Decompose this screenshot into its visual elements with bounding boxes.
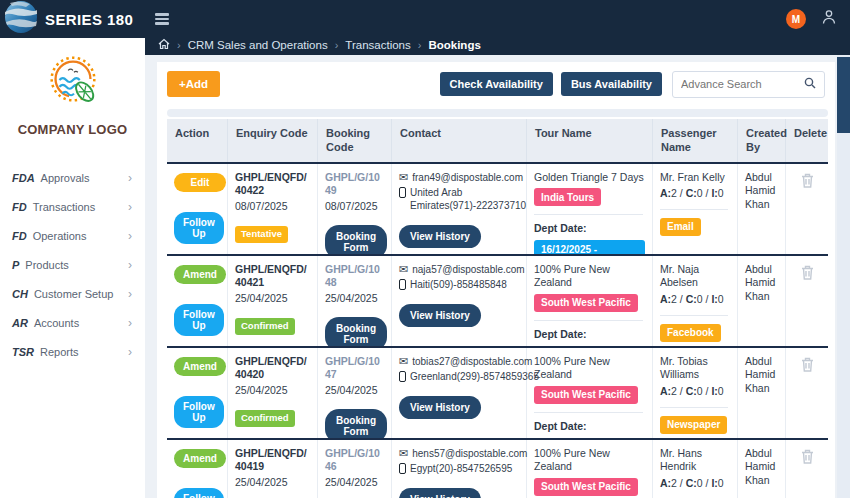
enquiry-cell: GHPL/ENQFD/40422 08/07/2025 Tentative xyxy=(228,164,318,254)
chevron-right-icon: › xyxy=(128,229,132,243)
home-icon[interactable] xyxy=(158,38,170,52)
amend-button[interactable]: Amend xyxy=(174,449,226,468)
view-history-button[interactable]: View History xyxy=(399,225,481,248)
tour-cell: 100% Pure New Zealand South West Pacific… xyxy=(527,440,653,498)
advance-search-input[interactable] xyxy=(681,78,804,90)
tour-cell: 100% Pure New Zealand South West Pacific… xyxy=(527,256,653,346)
action-cell: Edit Follow Up xyxy=(167,164,228,254)
phone-icon xyxy=(399,371,406,382)
bus-availability-button[interactable]: Bus Availability xyxy=(561,72,662,96)
search-icon[interactable] xyxy=(804,75,816,93)
sidebar-item-accounts[interactable]: AR Accounts › xyxy=(0,308,145,337)
booking-cell: GHPL/G/1047 25/04/2025 Booking Form xyxy=(318,348,392,438)
trash-icon[interactable] xyxy=(801,178,814,190)
tour-category-badge: South West Pacific xyxy=(534,478,638,496)
company-logo-text: COMPANY LOGO xyxy=(0,122,145,137)
amend-button[interactable]: Amend xyxy=(174,357,226,376)
source-badge: Newspaper xyxy=(660,416,727,434)
phone-icon xyxy=(399,463,406,474)
phone-icon xyxy=(399,279,406,290)
booking-form-button[interactable]: Booking Form xyxy=(325,317,387,346)
follow-up-button[interactable]: Follow Up xyxy=(174,488,224,498)
delete-cell xyxy=(786,256,828,346)
table-row: Edit Follow Up GHPL/ENQFD/40422 08/07/20… xyxy=(167,162,828,254)
trash-icon[interactable] xyxy=(801,270,814,282)
advance-search-box xyxy=(672,71,825,98)
chevron-right-icon: › xyxy=(128,287,132,301)
booking-cell: GHPL/G/1048 25/04/2025 Booking Form xyxy=(318,256,392,346)
company-logo-icon xyxy=(41,99,105,116)
menu-toggle-icon[interactable] xyxy=(152,10,172,28)
tour-category-badge: South West Pacific xyxy=(534,294,638,312)
check-availability-button[interactable]: Check Availability xyxy=(440,72,553,96)
breadcrumb-item-crm[interactable]: CRM Sales and Operations xyxy=(188,39,328,51)
bookings-table: Action Enquiry Code Booking Code Contact… xyxy=(167,119,828,498)
view-history-button[interactable]: View History xyxy=(399,304,481,327)
tour-cell: Golden Triangle 7 Days India Tours Dept … xyxy=(527,164,653,254)
follow-up-button[interactable]: Follow Up xyxy=(174,212,224,244)
amend-button[interactable]: Amend xyxy=(174,265,226,284)
sidebar-item-approvals[interactable]: FDA Approvals › xyxy=(0,163,145,192)
envelope-icon: ✉ xyxy=(399,263,408,275)
sidebar-item-operations[interactable]: FD Operations › xyxy=(0,221,145,250)
chevron-right-icon: › xyxy=(128,345,132,359)
header-created-by: Created By xyxy=(738,119,786,162)
chevron-right-icon: › xyxy=(128,200,132,214)
header-tour-name: Tour Name xyxy=(527,119,653,162)
toolbar: +Add Check Availability Bus Availability xyxy=(157,62,835,103)
vertical-scrollbar[interactable] xyxy=(837,55,850,498)
trash-icon[interactable] xyxy=(801,454,814,466)
booking-form-button[interactable]: Booking Form xyxy=(325,225,387,254)
sidebar-item-transactions[interactable]: FD Transactions › xyxy=(0,192,145,221)
trash-icon[interactable] xyxy=(801,362,814,374)
table-row: Amend Follow Up GHPL/ENQFD/40419 25/04/2… xyxy=(167,438,828,498)
action-cell: Amend Follow Up xyxy=(167,256,228,346)
delete-cell xyxy=(786,440,828,498)
header-enquiry-code: Enquiry Code xyxy=(228,119,318,162)
view-history-button[interactable]: View History xyxy=(399,396,481,419)
chevron-right-icon: › xyxy=(128,316,132,330)
user-avatar[interactable]: M xyxy=(786,9,806,29)
tour-category-badge: India Tours xyxy=(534,188,601,206)
passenger-cell: Mr. Fran Kelly A:2 / C:0 / I:0 Email xyxy=(653,164,738,254)
header-passenger-name: Passenger Name xyxy=(653,119,738,162)
bookings-panel: +Add Check Availability Bus Availability… xyxy=(157,62,835,498)
created-by-cell: Abdul Hamid Khan xyxy=(738,164,786,254)
sidebar-item-reports[interactable]: TSR Reports › xyxy=(0,337,145,366)
action-cell: Amend Follow Up xyxy=(167,440,228,498)
table-header: Action Enquiry Code Booking Code Contact… xyxy=(167,119,828,162)
breadcrumb: › CRM Sales and Operations › Transaction… xyxy=(158,35,481,54)
brand-name: SERIES 180 xyxy=(45,11,133,28)
dept-date-badge: 16/12/2025 - 22/12/2025 xyxy=(534,240,645,254)
header-action: Action xyxy=(167,119,228,162)
vertical-scrollbar-thumb[interactable] xyxy=(837,57,850,133)
header-booking-code: Booking Code xyxy=(318,119,392,162)
view-history-button[interactable]: View History xyxy=(399,488,481,498)
add-button[interactable]: +Add xyxy=(167,71,220,97)
created-by-cell: Abdul Hamid Khan xyxy=(738,348,786,438)
follow-up-button[interactable]: Follow Up xyxy=(174,304,224,336)
sidebar-menu: FDA Approvals › FD Transactions › FD Ope… xyxy=(0,163,145,366)
brand: SERIES 180 xyxy=(0,0,142,38)
horizontal-scrollbar[interactable] xyxy=(167,109,828,117)
contact-cell: ✉tobias27@dispostable.com Greenland(299)… xyxy=(392,348,527,438)
passenger-cell: Mr. Naja Abelsen A:2 / C:0 / I:0 Faceboo… xyxy=(653,256,738,346)
edit-button[interactable]: Edit xyxy=(174,173,226,192)
tour-cell: 100% Pure New Zealand South West Pacific… xyxy=(527,348,653,438)
passenger-cell: Mr. Hans Hendrik A:2 / C:0 / I:0 Call xyxy=(653,440,738,498)
booking-form-button[interactable]: Booking Form xyxy=(325,409,387,438)
source-badge: Facebook xyxy=(660,324,721,342)
sidebar-item-customer-setup[interactable]: CH Customer Setup › xyxy=(0,279,145,308)
table-row: Amend Follow Up GHPL/ENQFD/40421 25/04/2… xyxy=(167,254,828,346)
breadcrumb-item-transactions[interactable]: Transactions xyxy=(345,39,410,51)
follow-up-button[interactable]: Follow Up xyxy=(174,396,224,428)
contact-cell: ✉naja57@dispostable.com Haiti(509)-85848… xyxy=(392,256,527,346)
status-badge: Tentative xyxy=(235,226,288,243)
chevron-right-icon: › xyxy=(128,171,132,185)
envelope-icon: ✉ xyxy=(399,447,408,459)
main-content: +Add Check Availability Bus Availability… xyxy=(145,55,850,498)
sidebar-item-products[interactable]: P Products › xyxy=(0,250,145,279)
breadcrumb-item-bookings[interactable]: Bookings xyxy=(428,39,480,51)
profile-icon[interactable] xyxy=(821,9,837,29)
enquiry-cell: GHPL/ENQFD/40421 25/04/2025 Confirmed xyxy=(228,256,318,346)
